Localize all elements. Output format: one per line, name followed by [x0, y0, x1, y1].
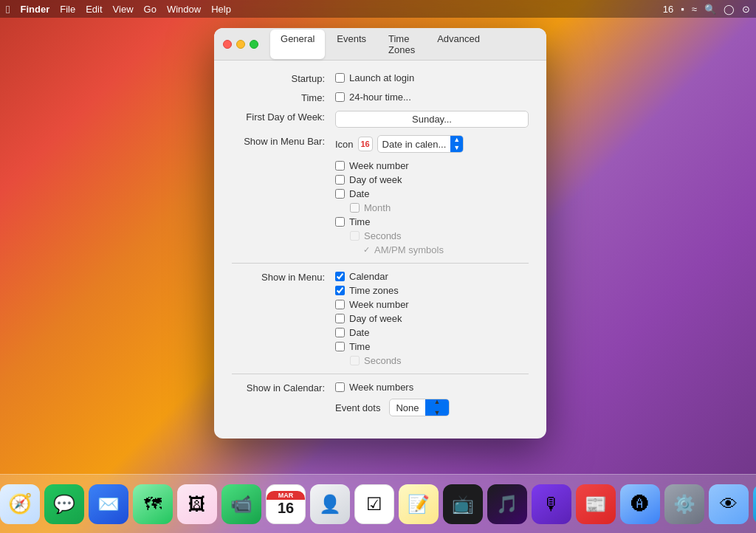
dock-item-facetime[interactable]: 📹	[221, 484, 261, 524]
checkmark-icon: ✓	[363, 245, 370, 255]
show-menubar-controls: Icon 16 Date in calen... ▲ ▼	[335, 135, 529, 255]
menu-week-number-checkbox[interactable]	[335, 300, 345, 309]
menu-date-label: Date	[349, 327, 369, 338]
dock-item-messages[interactable]: 💬	[44, 484, 84, 524]
dock-item-podcasts[interactable]: 🎙	[532, 484, 571, 524]
menu-timezones-checkbox[interactable]	[335, 286, 345, 295]
menu-timezones-row: Time zones	[335, 285, 529, 296]
time-label: Time:	[232, 92, 335, 103]
date-dropdown-text: Date in calen...	[378, 137, 451, 151]
dock-item-photos[interactable]: 🖼	[177, 484, 217, 524]
menubar-edit[interactable]: Edit	[86, 4, 102, 15]
menubar-view[interactable]: View	[113, 4, 134, 15]
hour-format-checkbox[interactable]	[335, 92, 345, 102]
menubar-display[interactable]: ▪	[681, 4, 684, 15]
dock-item-reminders[interactable]: ☑	[354, 484, 394, 524]
window-tabs: General Events Time Zones Advanced	[270, 30, 490, 59]
dock-item-news[interactable]: 📰	[576, 484, 616, 524]
first-day-controls: Sunday...	[335, 111, 529, 128]
menubar-week-number-checkbox[interactable]	[335, 161, 345, 171]
menubar-help[interactable]: Help	[211, 4, 231, 15]
tab-advanced[interactable]: Advanced	[427, 30, 490, 59]
dock-item-music[interactable]: 🎵	[487, 484, 527, 524]
minimize-button[interactable]	[236, 40, 245, 49]
event-dots-arrow: ▲ ▼	[425, 399, 450, 416]
menubar-left:  Finder File Edit View Go Window Help	[6, 3, 231, 16]
menu-seconds-row: Seconds	[350, 355, 529, 366]
menubar-day-of-week-checkbox[interactable]	[335, 175, 345, 185]
menu-date-checkbox[interactable]	[335, 328, 345, 337]
menu-seconds-checkbox[interactable]	[350, 356, 360, 365]
menubar-week-number-row: Week number	[335, 160, 529, 171]
menu-calendar-label: Calendar	[349, 271, 388, 282]
dock-item-mail[interactable]: ✉️	[89, 484, 128, 524]
menubar-ampm-row: ✓ AM/PM symbols	[363, 244, 529, 255]
time-row: Time: 24-hour time...	[232, 92, 529, 103]
tab-general[interactable]: General	[270, 30, 325, 59]
show-menubar-row: Show in Menu Bar: Icon 16 Date in calen.…	[232, 135, 529, 255]
menubar-go[interactable]: Go	[144, 4, 157, 15]
startup-controls: Launch at login	[335, 72, 529, 83]
menubar-date-label: Date	[349, 188, 369, 199]
maximize-button[interactable]	[250, 40, 258, 49]
menubar-time-label: Time	[349, 216, 370, 227]
menubar-file[interactable]: File	[60, 4, 75, 15]
hour-format-label: 24-hour time...	[349, 92, 411, 103]
menubar-date-checkbox[interactable]	[335, 189, 345, 199]
menubar-clock[interactable]: ⊙	[742, 4, 750, 15]
dock-item-notes[interactable]: 📝	[399, 484, 439, 524]
menu-time-row: Time	[335, 341, 529, 352]
event-dots-row: Event dots None ▲ ▼	[335, 399, 529, 416]
dock-item-contacts[interactable]: 👤	[310, 484, 350, 524]
first-day-dropdown[interactable]: Sunday...	[335, 111, 529, 128]
date-dropdown-arrow: ▲ ▼	[450, 136, 463, 152]
menubar-time-checkbox[interactable]	[335, 217, 345, 227]
startup-label: Startup:	[232, 72, 335, 84]
show-menu-controls: Calendar Time zones Week number Day of w…	[335, 271, 529, 366]
event-dots-dropdown[interactable]: None ▲ ▼	[389, 399, 450, 416]
dock-item-calendar[interactable]: MAR 16	[266, 484, 306, 524]
menubar-ampm-label: AM/PM symbols	[374, 244, 444, 255]
menubar-window[interactable]: Window	[167, 4, 201, 15]
date-in-calendar-dropdown[interactable]: Date in calen... ▲ ▼	[377, 135, 464, 153]
menubar-search[interactable]: 🔍	[704, 4, 716, 15]
menubar-badge: 16	[663, 4, 673, 15]
show-menu-row: Show in Menu: Calendar Time zones Week n…	[232, 271, 529, 366]
menubar-wifi[interactable]: ≈	[692, 4, 697, 15]
menubar-finder[interactable]: Finder	[20, 4, 49, 15]
menu-day-of-week-checkbox[interactable]	[335, 314, 345, 323]
calendar-badge: 16	[358, 137, 373, 151]
menubar-date-row: Date	[335, 188, 529, 199]
tab-events[interactable]: Events	[326, 30, 377, 59]
dock-item-systemprefs[interactable]: ⚙️	[664, 484, 704, 524]
dock-item-appletv[interactable]: 📺	[443, 484, 483, 524]
menubar-seconds-checkbox[interactable]	[350, 231, 360, 241]
menubar-week-number-label: Week number	[349, 160, 409, 171]
dock: 🖥 🚀 🧭 💬 ✉️ 🗺 🖼 📹 MAR 16 👤 ☑ 📝 📺 🎵	[0, 474, 756, 533]
dock-item-maps[interactable]: 🗺	[133, 484, 173, 524]
menubar-time-row: Time	[335, 216, 529, 227]
close-button[interactable]	[223, 40, 232, 49]
first-day-row: First Day of Week: Sunday...	[232, 111, 529, 128]
dock-item-preview[interactable]: 👁	[709, 484, 749, 524]
menu-calendar-checkbox[interactable]	[335, 272, 345, 281]
dock-item-airdrop[interactable]: 📡	[753, 484, 756, 524]
tab-timezones[interactable]: Time Zones	[378, 30, 425, 59]
time-controls: 24-hour time...	[335, 92, 529, 103]
menubar-month-label: Month	[364, 202, 391, 213]
menubar-month-checkbox[interactable]	[350, 203, 360, 213]
launch-at-login-checkbox[interactable]	[335, 73, 345, 83]
menubar-seconds-row: Seconds	[350, 230, 529, 241]
dock-item-appstore[interactable]: 🅐	[620, 484, 660, 524]
menu-seconds-label: Seconds	[364, 355, 402, 366]
menu-day-of-week-row: Day of week	[335, 313, 529, 324]
apple-menu[interactable]: 	[6, 3, 10, 16]
divider	[232, 263, 529, 264]
dock-item-safari[interactable]: 🧭	[0, 484, 40, 524]
menubar:  Finder File Edit View Go Window Help 1…	[0, 0, 756, 18]
menubar-control[interactable]: ◯	[724, 4, 735, 15]
calendar-week-numbers-checkbox[interactable]	[335, 382, 345, 392]
hour-format-row: 24-hour time...	[335, 92, 529, 103]
menubar-seconds-label: Seconds	[364, 230, 402, 241]
menu-time-checkbox[interactable]	[335, 342, 345, 351]
